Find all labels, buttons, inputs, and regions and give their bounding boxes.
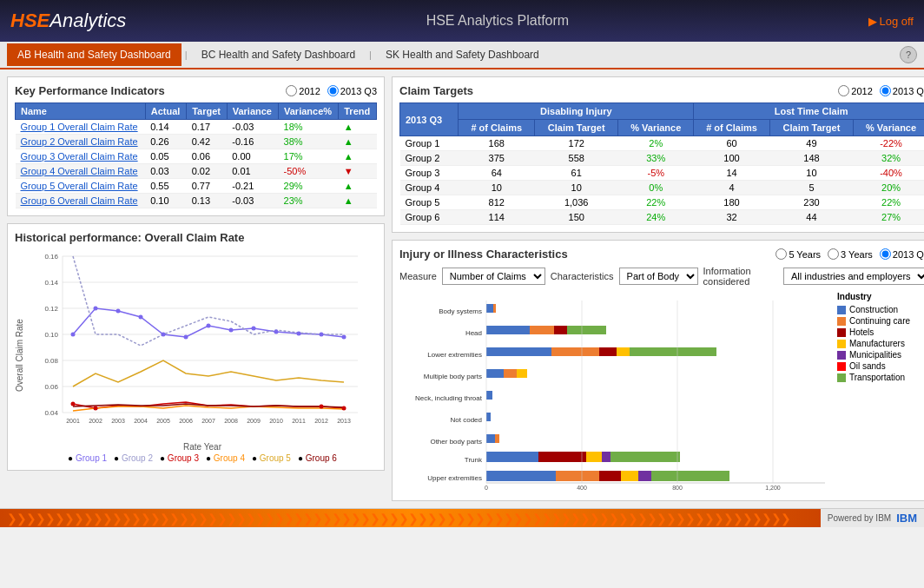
svg-point-42 (94, 406, 98, 411)
claim-dis-target: 172 (535, 136, 618, 151)
claim-name[interactable]: Group 4 (400, 181, 459, 195)
kpi-name[interactable]: Group 1 Overall Claim Rate (16, 120, 146, 135)
svg-rect-59 (567, 326, 606, 334)
historical-chart-svg: 0.16 0.14 0.12 0.10 0.08 0.06 0.04 2001 … (28, 248, 366, 439)
injury-header: Injury or Illness Characteristics 5 Year… (399, 248, 924, 261)
characteristics-select[interactable]: Part of Body (619, 268, 698, 285)
svg-rect-72 (486, 452, 538, 462)
claim-dis-claims: 10 (459, 181, 535, 195)
svg-rect-77 (486, 471, 556, 481)
info-label: Information considered (703, 266, 778, 287)
kpi-col-target: Target (187, 103, 228, 120)
kpi-year-2012[interactable]: 2012 (286, 85, 320, 96)
legend-item: Manufacturers (837, 339, 924, 348)
claim-lt-claims: 14 (694, 166, 770, 181)
svg-point-29 (94, 307, 98, 311)
kpi-col-variance: Variance (227, 103, 278, 120)
historical-svg-wrapper: 0.16 0.14 0.12 0.10 0.08 0.06 0.04 2001 … (28, 248, 377, 463)
kpi-name[interactable]: Group 5 Overall Claim Rate (16, 179, 146, 194)
svg-text:1,200: 1,200 (765, 485, 781, 491)
svg-text:Multiple body parts: Multiple body parts (424, 373, 482, 380)
footer-chevrons: ❯❯❯❯❯❯❯❯❯❯❯❯❯❯❯❯❯❯❯❯❯❯❯❯❯❯❯❯❯❯❯❯❯❯❯❯❯❯❯❯… (0, 509, 821, 527)
kpi-header: Key Performance Indicators 2012 2013 Q3 (15, 84, 377, 97)
svg-text:2012: 2012 (314, 418, 328, 424)
legend-color-box (837, 351, 846, 360)
svg-point-40 (342, 335, 346, 340)
svg-rect-60 (486, 347, 551, 356)
svg-text:2010: 2010 (269, 418, 283, 424)
ct-year-2012[interactable]: 2012 (838, 85, 872, 96)
injury-bar-chart: Body systems Head Lower extremities Mult… (399, 292, 834, 493)
svg-point-31 (139, 315, 143, 320)
svg-rect-73 (538, 452, 586, 462)
legend-color-box (837, 362, 846, 371)
kpi-variance: -0.16 (227, 135, 278, 149)
claim-name[interactable]: Group 6 (400, 210, 459, 225)
kpi-actual: 0.55 (145, 179, 186, 194)
svg-point-38 (297, 332, 301, 336)
claim-name[interactable]: Group 1 (400, 136, 459, 151)
ct-year-2013[interactable]: 2013 Q3 (880, 85, 924, 96)
ct-lt-var: % Variance (854, 120, 924, 136)
info-select[interactable]: All industries and employers (783, 268, 924, 285)
logoff-button[interactable]: Log off (868, 15, 914, 28)
claim-targets-header: Claim Targets 2012 2013 Q3 (399, 84, 924, 97)
injury-chart-area: Body systems Head Lower extremities Mult… (399, 292, 924, 493)
svg-rect-68 (486, 391, 492, 400)
svg-text:0.16: 0.16 (44, 253, 58, 261)
claim-targets-panel: Claim Targets 2012 2013 Q3 2013 Q3 Disab… (392, 76, 924, 233)
svg-text:0.10: 0.10 (44, 331, 58, 339)
svg-rect-81 (638, 471, 651, 481)
kpi-name[interactable]: Group 3 Overall Claim Rate (16, 149, 146, 164)
legend-label: Manufacturers (849, 339, 905, 348)
svg-text:0.06: 0.06 (44, 383, 58, 391)
kpi-name[interactable]: Group 4 Overall Claim Rate (16, 164, 146, 179)
injury-panel: Injury or Illness Characteristics 5 Year… (392, 240, 924, 501)
ct-losttime-header: Lost Time Claim (694, 103, 924, 120)
ct-dis-target: Claim Target (535, 120, 618, 136)
claim-lt-target: 10 (769, 166, 853, 181)
right-panel: Claim Targets 2012 2013 Q3 2013 Q3 Disab… (392, 76, 924, 501)
kpi-target: 0.17 (187, 120, 228, 135)
historical-chart-container: Overall Claim Rate 0.16 0. (15, 248, 377, 463)
kpi-actual: 0.10 (145, 194, 186, 208)
svg-rect-58 (554, 326, 567, 334)
svg-text:2007: 2007 (201, 418, 215, 424)
kpi-year-2013[interactable]: 2013 Q3 (327, 85, 377, 96)
legend-label: Oil sands (849, 361, 886, 371)
claim-dis-target: 1,036 (535, 195, 618, 210)
logo-analytics: Analytics (50, 10, 126, 32)
nav-tab-bc[interactable]: BC Health and Safety Dashboard (191, 43, 366, 66)
kpi-target: 0.02 (187, 164, 228, 179)
help-button[interactable]: ? (900, 46, 917, 63)
claim-name[interactable]: Group 5 (400, 195, 459, 210)
logo-hse: HSE (10, 10, 50, 32)
injury-3years[interactable]: 3 Years (828, 248, 873, 260)
claim-lt-target: 49 (769, 136, 853, 151)
legend-label: Hotels (849, 327, 874, 337)
svg-point-39 (320, 333, 324, 337)
nav-tab-sk[interactable]: SK Health and Safety Dashboard (375, 43, 550, 66)
injury-2013[interactable]: 2013 Q3 (880, 248, 924, 260)
legend-color-box (837, 340, 846, 348)
kpi-trend: ▲ (339, 120, 377, 135)
kpi-col-actual: Actual (145, 103, 186, 120)
nav-tabs: AB Health and Safety Dashboard | BC Heal… (0, 42, 924, 69)
legend-item: Continuing care (837, 316, 924, 326)
svg-point-33 (184, 335, 188, 340)
svg-point-43 (320, 405, 324, 409)
kpi-name[interactable]: Group 6 Overall Claim Rate (16, 194, 146, 208)
svg-rect-64 (630, 347, 716, 356)
claim-name[interactable]: Group 3 (400, 166, 459, 181)
nav-tab-ab[interactable]: AB Health and Safety Dashboard (7, 43, 182, 66)
measure-select[interactable]: Number of Claims (442, 268, 545, 285)
legend-item: Construction (837, 305, 924, 314)
claim-name[interactable]: Group 2 (400, 151, 459, 166)
legend-label: Continuing care (849, 316, 910, 326)
historical-title: Historical performance: Overall Claim Ra… (15, 231, 377, 244)
kpi-target: 0.13 (187, 194, 228, 208)
kpi-name[interactable]: Group 2 Overall Claim Rate (16, 135, 146, 149)
svg-text:Not coded: Not coded (451, 416, 482, 424)
injury-5years[interactable]: 5 Years (776, 248, 821, 260)
legend-item: Transportation (837, 373, 924, 382)
